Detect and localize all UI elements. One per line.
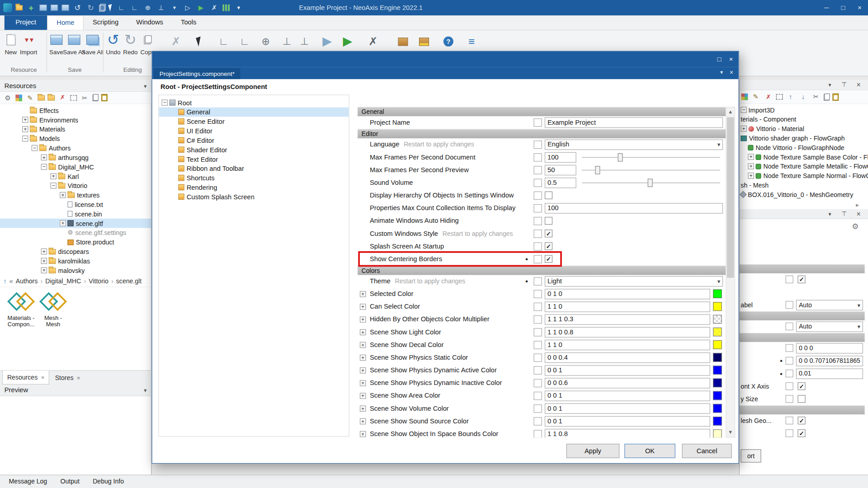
expander-icon[interactable]: − <box>162 99 168 105</box>
color-swatch[interactable] <box>713 289 722 298</box>
value-checkbox[interactable] <box>545 192 552 199</box>
color-swatch[interactable] <box>713 353 722 362</box>
settings-sliders-button[interactable]: ≡ <box>463 33 481 50</box>
breadcrumb-item-digital-mhc[interactable]: Digital_MHC <box>45 277 81 284</box>
scroll-up-icon[interactable]: ▲ <box>726 108 735 117</box>
resource-item-effects[interactable]: Effects <box>0 106 151 115</box>
color-swatch[interactable] <box>713 366 722 375</box>
color-swatch[interactable] <box>713 404 722 413</box>
close-button[interactable]: × <box>851 0 868 15</box>
value-textbox[interactable]: 100 <box>545 152 576 163</box>
default-value-box[interactable] <box>533 242 542 250</box>
resource-item-discopears[interactable]: +discopears <box>0 247 151 256</box>
undo-light-icon[interactable]: ↺ <box>72 3 82 13</box>
bottom-tab-message-log[interactable]: Message Log <box>3 475 52 488</box>
default-value-box[interactable] <box>533 166 542 174</box>
tab-windows[interactable]: Windows <box>127 15 172 30</box>
expand-icon[interactable]: + <box>360 316 366 322</box>
default-value-box[interactable] <box>786 417 793 424</box>
pin-icon[interactable]: ⊤ <box>839 80 849 90</box>
expander-icon[interactable]: + <box>748 163 754 169</box>
snap-a-button[interactable]: ∟ <box>215 33 232 50</box>
expander-icon[interactable]: − <box>741 107 746 113</box>
snap-e-button[interactable]: ⊥ <box>296 33 313 50</box>
paste-icon[interactable] <box>101 94 107 101</box>
close-icon[interactable]: × <box>854 209 863 219</box>
snap-center-light-icon[interactable]: ⊕ <box>143 3 153 13</box>
value-textbox[interactable]: 0 0 1 <box>545 365 710 375</box>
expand-icon[interactable]: + <box>360 367 366 373</box>
default-value-box[interactable] <box>533 353 542 361</box>
value-textbox[interactable]: 0 0 1 <box>545 390 710 401</box>
settings-tree-item-rendering[interactable]: Rendering <box>159 183 349 192</box>
resource-item-vittorio[interactable]: −Vittorio <box>0 181 151 190</box>
tab-scripting[interactable]: Scripting <box>84 15 127 30</box>
default-value-box[interactable] <box>533 404 542 413</box>
color-swatch[interactable] <box>713 429 722 437</box>
bottom-tab-debug-info[interactable]: Debug Info <box>87 475 129 488</box>
copy-mini-icon[interactable] <box>824 93 830 100</box>
default-value-box[interactable] <box>786 276 793 283</box>
export-button[interactable]: ort <box>741 449 761 462</box>
app-logo-icon[interactable] <box>3 3 12 12</box>
tab-list-dropdown-icon[interactable]: ▾ <box>720 69 723 75</box>
marquee-icon[interactable] <box>71 95 77 100</box>
up-arrow-icon[interactable]: ↑ <box>3 277 6 285</box>
open-resource-icon[interactable] <box>15 5 23 10</box>
value-checkbox[interactable] <box>797 395 805 403</box>
value-textbox[interactable]: 100 <box>545 203 723 213</box>
expander-icon[interactable]: + <box>41 155 47 160</box>
resource-item-scene-bin[interactable]: scene.bin <box>0 209 151 219</box>
breadcrumb-item-scene-glt[interactable]: scene.glt <box>116 277 142 284</box>
settings-tree-item-c-editor[interactable]: C# Editor <box>159 136 349 145</box>
resource-item-scene-gltf-settings[interactable]: ⚙scene.gltf.settings <box>0 228 151 237</box>
document-tab[interactable]: ProjectSettings.component* <box>154 68 240 79</box>
tools-mini-icon[interactable]: ⚙ <box>3 93 13 103</box>
resource-item-materials[interactable]: +Materials <box>0 125 151 134</box>
settings-tree-item-ribbon-and-toolbar[interactable]: Ribbon and Toolbar <box>159 164 349 173</box>
select-cursor-button[interactable] <box>190 33 208 50</box>
value-dropdown[interactable]: Auto▾ <box>796 321 863 332</box>
save-as-button[interactable]: Save As <box>65 30 83 65</box>
preview-item-mesh-mesh[interactable]: Mesh - Mesh <box>38 291 69 328</box>
expand-icon[interactable]: + <box>360 380 366 386</box>
default-value-box[interactable] <box>533 379 542 387</box>
settings-tree-item-custom-splash-screen[interactable]: Custom Splash Screen <box>159 192 349 202</box>
resource-item-textures[interactable]: +textures <box>0 190 151 200</box>
default-value-box[interactable] <box>533 392 542 400</box>
value-textbox[interactable]: 0 0 1 <box>545 416 710 427</box>
expand-icon[interactable]: + <box>360 329 366 335</box>
default-value-box[interactable] <box>533 192 542 200</box>
folder-mini-icon[interactable] <box>47 95 55 100</box>
expander-icon[interactable]: + <box>60 220 66 226</box>
expander-icon[interactable]: − <box>32 145 38 151</box>
gear-icon[interactable]: ⚙ <box>850 221 860 231</box>
ok-button[interactable]: OK <box>624 444 675 458</box>
dialog-close-button[interactable]: × <box>729 55 733 63</box>
settings-tree-item-general[interactable]: General <box>159 108 349 117</box>
default-value-box[interactable] <box>533 290 542 298</box>
object-tree-item-terials-component[interactable]: terials - Component <box>740 114 868 124</box>
expander-icon[interactable]: + <box>41 258 47 264</box>
object-tree-item-vittorio-shader-graph-flowgraph[interactable]: Vittorio shader graph - FlowGraph <box>740 133 868 143</box>
stats-light-icon[interactable] <box>222 5 230 11</box>
value-checkbox[interactable]: ✓ <box>545 255 552 263</box>
copy-mini-icon[interactable] <box>92 94 98 101</box>
close-icon[interactable]: × <box>854 80 863 90</box>
color-swatch[interactable] <box>713 379 722 388</box>
value-checkbox[interactable] <box>545 217 552 225</box>
chevron-down-icon[interactable]: ▾ <box>144 387 146 393</box>
value-textbox[interactable]: 0 0 0.6 <box>545 378 710 388</box>
import-button[interactable]: ▼▼Import <box>19 30 38 65</box>
object-tree-item-import3d[interactable]: −Import3D <box>740 105 868 115</box>
breadcrumb-item-authors[interactable]: Authors <box>16 277 38 284</box>
default-value-box[interactable] <box>786 344 793 352</box>
value-dropdown[interactable]: English▾ <box>545 140 723 150</box>
resource-item-store-product[interactable]: Store.product <box>0 237 151 247</box>
expander-icon[interactable]: + <box>748 154 754 160</box>
color-swatch[interactable] <box>713 391 722 400</box>
value-textbox[interactable]: 1 1 0.8 <box>545 429 710 438</box>
dropdown-light-icon[interactable]: ▾ <box>170 3 179 13</box>
resource-item-authors[interactable]: −Authors <box>0 143 151 153</box>
delete-button[interactable]: ✗ <box>167 33 185 50</box>
